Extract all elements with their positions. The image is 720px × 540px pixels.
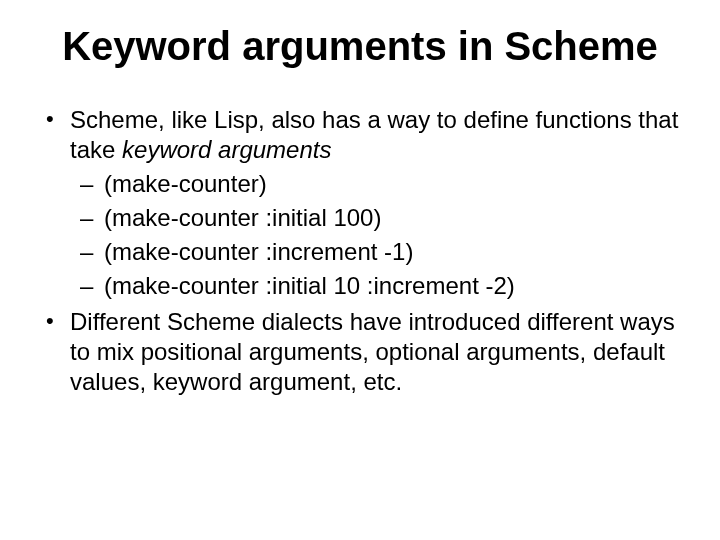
slide-body: Scheme, like Lisp, also has a way to def… — [40, 105, 680, 397]
sub-bullet-item: (make-counter) — [70, 169, 680, 199]
bullet-item: Different Scheme dialects have introduce… — [40, 307, 680, 397]
sub-bullet-text: (make-counter :initial 100) — [104, 204, 381, 231]
bullet-list: Scheme, like Lisp, also has a way to def… — [40, 105, 680, 397]
sub-bullet-text: (make-counter :initial 10 :increment -2) — [104, 272, 515, 299]
bullet-text-pre: Different Scheme dialects have introduce… — [70, 308, 675, 395]
sub-bullet-list: (make-counter) (make-counter :initial 10… — [70, 169, 680, 301]
bullet-item: Scheme, like Lisp, also has a way to def… — [40, 105, 680, 301]
slide: Keyword arguments in Scheme Scheme, like… — [0, 0, 720, 540]
bullet-text-em: keyword arguments — [122, 136, 331, 163]
sub-bullet-item: (make-counter :initial 100) — [70, 203, 680, 233]
sub-bullet-item: (make-counter :increment -1) — [70, 237, 680, 267]
sub-bullet-text: (make-counter :increment -1) — [104, 238, 413, 265]
slide-title: Keyword arguments in Scheme — [40, 24, 680, 69]
sub-bullet-text: (make-counter) — [104, 170, 267, 197]
sub-bullet-item: (make-counter :initial 10 :increment -2) — [70, 271, 680, 301]
